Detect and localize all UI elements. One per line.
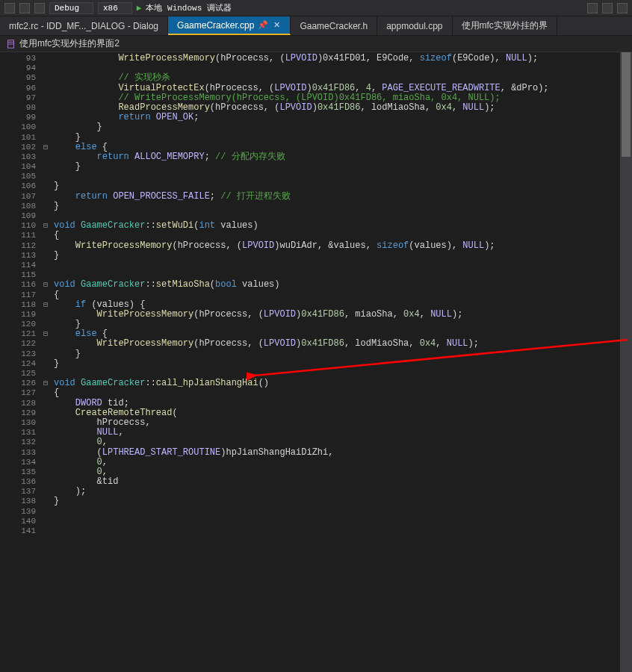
code-line[interactable]: 0, bbox=[54, 467, 632, 477]
code-line[interactable]: WriteProcessMemory(hProcecss, (LPVOID)0x… bbox=[54, 310, 632, 320]
code-line[interactable] bbox=[54, 261, 632, 270]
toolbar-icon[interactable] bbox=[19, 3, 30, 13]
code-line[interactable]: WriteProcessMemory(hProcecss, (LPVOID)wu… bbox=[54, 241, 632, 251]
fold-toggle bbox=[40, 497, 51, 506]
line-number: 100 bbox=[0, 122, 36, 132]
code-line[interactable] bbox=[54, 507, 632, 517]
tab-gaamecracker-h[interactable]: GaameCracker.h bbox=[291, 16, 377, 35]
scroll-thumb[interactable] bbox=[622, 52, 631, 157]
fold-toggle bbox=[40, 133, 51, 143]
code-line[interactable]: void GaameCracker::setWuDi(int values) bbox=[54, 221, 632, 231]
fold-column[interactable]: ⊟⊟⊟⊟⊟⊟ bbox=[40, 52, 51, 672]
config-dropdown[interactable]: Debug bbox=[49, 2, 93, 14]
fold-toggle bbox=[40, 192, 51, 202]
code-line[interactable]: } bbox=[54, 497, 632, 506]
toolbar-icon[interactable] bbox=[34, 3, 45, 13]
fold-toggle bbox=[40, 339, 51, 349]
toolbar-icon[interactable] bbox=[587, 3, 598, 13]
code-area[interactable]: WriteProcessMemory(hProcecss, (LPVOID)0x… bbox=[51, 52, 632, 672]
code-line[interactable]: } bbox=[54, 122, 632, 132]
line-number: 133 bbox=[0, 448, 36, 458]
line-number: 137 bbox=[0, 487, 36, 497]
line-number: 125 bbox=[0, 369, 36, 379]
tab-appmodul-cpp[interactable]: appmodul.cpp bbox=[377, 16, 452, 35]
fold-toggle bbox=[40, 477, 51, 487]
fold-toggle bbox=[40, 241, 51, 251]
code-line[interactable]: } bbox=[54, 202, 632, 211]
run-button-label[interactable]: 本地 Windows 调试器 bbox=[146, 2, 231, 13]
toolbar-icon[interactable] bbox=[617, 3, 628, 13]
fold-toggle[interactable]: ⊟ bbox=[40, 143, 51, 152]
code-line[interactable]: (LPTHREAD_START_ROUTINE)hpJianShangHaiDi… bbox=[54, 448, 632, 458]
fold-toggle bbox=[40, 270, 51, 280]
code-line[interactable]: { bbox=[54, 388, 632, 398]
line-number: 107 bbox=[0, 192, 36, 202]
code-line[interactable]: { bbox=[54, 290, 632, 300]
fold-toggle[interactable]: ⊟ bbox=[40, 280, 51, 290]
code-line[interactable]: NULL, bbox=[54, 428, 632, 438]
line-number: 108 bbox=[0, 202, 36, 211]
code-line[interactable]: return ALLOC_MEMOPRY; // 分配内存失败 bbox=[54, 152, 632, 162]
fold-toggle[interactable]: ⊟ bbox=[40, 221, 51, 231]
fold-toggle bbox=[40, 73, 51, 83]
fold-toggle bbox=[40, 458, 51, 467]
code-line[interactable] bbox=[54, 526, 632, 536]
document-icon bbox=[6, 39, 16, 49]
code-line[interactable]: } bbox=[54, 133, 632, 143]
fold-toggle bbox=[40, 211, 51, 221]
fold-toggle bbox=[40, 172, 51, 181]
platform-dropdown[interactable]: x86 bbox=[98, 2, 132, 14]
code-line[interactable]: CreateRemoteThread( bbox=[54, 408, 632, 418]
play-icon[interactable]: ▶ bbox=[137, 3, 142, 13]
code-line[interactable] bbox=[54, 172, 632, 181]
tab-mfc2-dialog[interactable]: mfc2.rc - IDD_MF..._DIALOG - Dialog bbox=[0, 16, 168, 35]
line-number: 136 bbox=[0, 477, 36, 487]
line-number: 141 bbox=[0, 526, 36, 536]
fold-toggle bbox=[40, 369, 51, 379]
fold-toggle[interactable]: ⊟ bbox=[40, 329, 51, 339]
code-line[interactable]: ); bbox=[54, 487, 632, 497]
pin-icon[interactable]: 📌 bbox=[258, 21, 267, 30]
fold-toggle bbox=[40, 507, 51, 517]
code-line[interactable]: 0, bbox=[54, 458, 632, 467]
fold-toggle bbox=[40, 261, 51, 270]
close-icon[interactable]: ✕ bbox=[272, 21, 281, 30]
code-line[interactable]: } bbox=[54, 359, 632, 369]
code-line[interactable]: WriteProcessMemory(hProcecss, (LPVOID)0x… bbox=[54, 54, 632, 63]
code-line[interactable]: hProcecss, bbox=[54, 418, 632, 428]
vertical-scrollbar[interactable] bbox=[620, 52, 632, 672]
tab-mfc-ui[interactable]: 使用mfc实现外挂的界 bbox=[453, 16, 557, 35]
code-line[interactable]: } bbox=[54, 320, 632, 329]
code-line[interactable]: } bbox=[54, 162, 632, 172]
fold-toggle bbox=[40, 181, 51, 191]
fold-toggle[interactable]: ⊟ bbox=[40, 300, 51, 310]
code-line[interactable]: void GaameCracker::setMiaoSha(bool value… bbox=[54, 280, 632, 290]
breadcrumb[interactable]: 使用mfc实现外挂的界面2 bbox=[0, 36, 632, 52]
line-number: 121 bbox=[0, 329, 36, 339]
code-editor[interactable]: 9394959697989910010110210310410510610710… bbox=[0, 52, 632, 672]
fold-toggle bbox=[40, 113, 51, 122]
tab-gaamecracker-cpp[interactable]: GaameCracker.cpp 📌 ✕ bbox=[168, 16, 291, 35]
code-line[interactable]: } bbox=[54, 251, 632, 261]
line-number: 126 bbox=[0, 379, 36, 388]
toolbar-icon[interactable] bbox=[602, 3, 613, 13]
tab-label: GaameCracker.cpp bbox=[177, 20, 254, 31]
line-number: 111 bbox=[0, 231, 36, 240]
fold-toggle[interactable]: ⊟ bbox=[40, 379, 51, 388]
toolbar-icon[interactable] bbox=[4, 3, 15, 13]
code-line[interactable]: void GaameCracker::call_hpJianShangHai() bbox=[54, 379, 632, 388]
code-line[interactable]: &tid bbox=[54, 477, 632, 487]
line-number: 122 bbox=[0, 339, 36, 349]
document-tabs: mfc2.rc - IDD_MF..._DIALOG - Dialog Gaam… bbox=[0, 16, 632, 36]
fold-toggle bbox=[40, 251, 51, 261]
code-line[interactable]: } bbox=[54, 349, 632, 359]
line-number: 94 bbox=[0, 63, 36, 73]
fold-toggle bbox=[40, 93, 51, 103]
line-number: 103 bbox=[0, 152, 36, 162]
code-line[interactable]: WriteProcessMemory(hProcecss, (LPVOID)0x… bbox=[54, 339, 632, 349]
fold-toggle bbox=[40, 526, 51, 536]
code-line[interactable]: return OPEN_PROCESS_FAILE; // 打开进程失败 bbox=[54, 192, 632, 202]
fold-toggle bbox=[40, 418, 51, 428]
code-line[interactable] bbox=[54, 517, 632, 526]
code-line[interactable]: return OPEN_OK; bbox=[54, 113, 632, 122]
